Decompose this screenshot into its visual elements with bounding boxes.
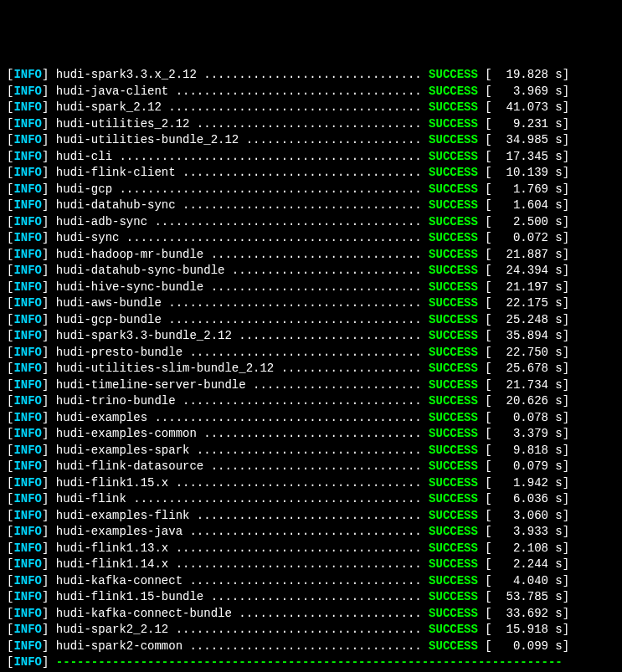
build-time: [ 2.244 s] [485, 557, 569, 571]
build-line: [INFO] hudi-kafka-connect-bundle .......… [7, 606, 615, 623]
build-line: [INFO] hudi-sync .......................… [7, 230, 615, 247]
build-time: [ 2.108 s] [485, 541, 569, 555]
status-success: SUCCESS [429, 150, 478, 163]
module-name: hudi-flink .............................… [56, 492, 422, 505]
build-time: [ 19.828 s] [485, 68, 569, 81]
module-name: hudi-kafka-connect .....................… [56, 574, 422, 587]
module-name: hudi-spark_2.12 ........................… [56, 100, 422, 114]
build-line: [INFO] hudi-gcp-bundle .................… [7, 312, 615, 329]
build-time: [ 21.197 s] [485, 280, 569, 294]
status-success: SUCCESS [429, 492, 478, 505]
build-time: [ 20.626 s] [485, 394, 569, 408]
build-line: [INFO] hudi-examples-java ..............… [7, 524, 615, 541]
status-success: SUCCESS [429, 362, 478, 375]
status-success: SUCCESS [429, 85, 478, 98]
build-line: [INFO] hudi-datahub-sync ...............… [7, 197, 615, 214]
build-time: [ 0.099 s] [485, 639, 569, 653]
module-name: hudi-cli ...............................… [56, 150, 422, 163]
module-name: hudi-kafka-connect-bundle ..............… [56, 607, 422, 620]
module-name: hudi-examples-flink ....................… [56, 509, 422, 522]
module-name: hudi-adb-sync ..........................… [56, 215, 422, 228]
build-line: [INFO] hudi-flink ......................… [7, 491, 615, 508]
module-name: hudi-examples-java .....................… [56, 525, 422, 538]
build-line: [INFO] hudi-utilities-bundle_2.12 ......… [7, 132, 615, 149]
module-name: hudi-aws-bundle ........................… [56, 296, 422, 310]
build-line: [INFO] hudi-flink1.14.x ................… [7, 557, 615, 573]
build-time: [ 3.379 s] [485, 427, 569, 440]
build-line: [INFO] hudi-flink-client ...............… [7, 165, 615, 182]
status-success: SUCCESS [429, 166, 478, 179]
build-line: [INFO] hudi-spark_2.12 .................… [7, 100, 615, 116]
build-line: [INFO] hudi-flink1.15.x ................… [7, 475, 615, 492]
build-line: [INFO] hudi-hive-sync-bundle ...........… [7, 280, 615, 296]
build-time: [ 21.734 s] [485, 378, 569, 392]
module-name: hudi-utilities_2.12 ....................… [56, 117, 422, 131]
build-line: [INFO] hudi-spark3.3.x_2.12 ............… [7, 67, 615, 84]
status-success: SUCCESS [429, 182, 478, 196]
module-name: hudi-spark2_2.12 .......................… [56, 623, 422, 636]
build-line: [INFO] hudi-flink1.13.x ................… [7, 541, 615, 557]
separator-line: [INFO] ---------------------------------… [7, 654, 615, 671]
status-success: SUCCESS [429, 280, 478, 294]
build-time: [ 3.060 s] [485, 509, 569, 522]
module-name: hudi-spark3.3-bundle_2.12 ..............… [56, 329, 422, 342]
build-line: [INFO] hudi-flink-datasource ...........… [7, 459, 615, 475]
build-time: [ 34.985 s] [485, 133, 569, 146]
build-line: [INFO] hudi-spark3.3-bundle_2.12 .......… [7, 328, 615, 345]
status-success: SUCCESS [429, 509, 478, 522]
status-success: SUCCESS [429, 231, 478, 244]
build-time: [ 4.040 s] [485, 574, 569, 587]
status-success: SUCCESS [429, 427, 478, 440]
build-line: [INFO] hudi-datahub-sync-bundle ........… [7, 263, 615, 280]
build-line: [INFO] hudi-kafka-connect ..............… [7, 573, 615, 590]
module-name: hudi-gcp ...............................… [56, 182, 422, 196]
build-time: [ 22.175 s] [485, 296, 569, 310]
module-name: hudi-flink-client ......................… [56, 166, 422, 179]
build-line: [INFO] hudi-hadoop-mr-bundle ...........… [7, 247, 615, 264]
status-success: SUCCESS [429, 313, 478, 326]
module-name: hudi-flink1.14.x .......................… [56, 557, 422, 571]
build-time: [ 9.231 s] [485, 117, 569, 131]
module-name: hudi-hadoop-mr-bundle ..................… [56, 248, 422, 261]
build-line: [INFO] hudi-examples ...................… [7, 410, 615, 427]
status-success: SUCCESS [429, 444, 478, 457]
status-success: SUCCESS [429, 476, 478, 490]
module-name: hudi-examples-spark ....................… [56, 444, 422, 457]
build-line: [INFO] hudi-presto-bundle ..............… [7, 345, 615, 362]
build-line: [INFO] hudi-spark2-common ..............… [7, 639, 615, 655]
module-name: hudi-datahub-sync ......................… [56, 198, 422, 212]
build-time: [ 35.894 s] [485, 329, 569, 342]
build-line: [INFO] hudi-gcp ........................… [7, 182, 615, 198]
module-name: hudi-hive-sync-bundle ..................… [56, 280, 422, 294]
module-name: hudi-gcp-bundle ........................… [56, 313, 422, 326]
build-line: [INFO] hudi-cli ........................… [7, 149, 615, 166]
status-success: SUCCESS [429, 607, 478, 620]
build-time: [ 1.769 s] [485, 182, 569, 196]
build-line: [INFO] hudi-timeline-server-bundle .....… [7, 377, 615, 394]
module-name: hudi-datahub-sync-bundle ...............… [56, 264, 422, 277]
build-line: [INFO] hudi-java-client ................… [7, 84, 615, 100]
module-name: hudi-examples ..........................… [56, 411, 422, 424]
status-success: SUCCESS [429, 394, 478, 408]
status-success: SUCCESS [429, 639, 478, 653]
build-time: [ 1.604 s] [485, 198, 569, 212]
module-name: hudi-utilities-bundle_2.12 .............… [56, 133, 422, 146]
build-time: [ 24.394 s] [485, 264, 569, 277]
build-time: [ 1.942 s] [485, 476, 569, 490]
status-success: SUCCESS [429, 198, 478, 212]
build-line: [INFO] hudi-trino-bundle ...............… [7, 393, 615, 410]
terminal-output: [INFO] hudi-spark3.3.x_2.12 ............… [7, 67, 615, 672]
module-name: hudi-flink-datasource ..................… [56, 459, 422, 473]
build-time: [ 3.969 s] [485, 85, 569, 98]
status-success: SUCCESS [429, 248, 478, 261]
build-line: [INFO] hudi-aws-bundle .................… [7, 295, 615, 312]
module-name: hudi-spark3.3.x_2.12 ...................… [56, 68, 422, 81]
status-success: SUCCESS [429, 574, 478, 587]
build-time: [ 10.139 s] [485, 166, 569, 179]
status-success: SUCCESS [429, 378, 478, 392]
build-line: [INFO] hudi-examples-common ............… [7, 426, 615, 443]
build-time: [ 2.500 s] [485, 215, 569, 228]
status-success: SUCCESS [429, 541, 478, 555]
status-success: SUCCESS [429, 525, 478, 538]
build-time: [ 25.248 s] [485, 313, 569, 326]
